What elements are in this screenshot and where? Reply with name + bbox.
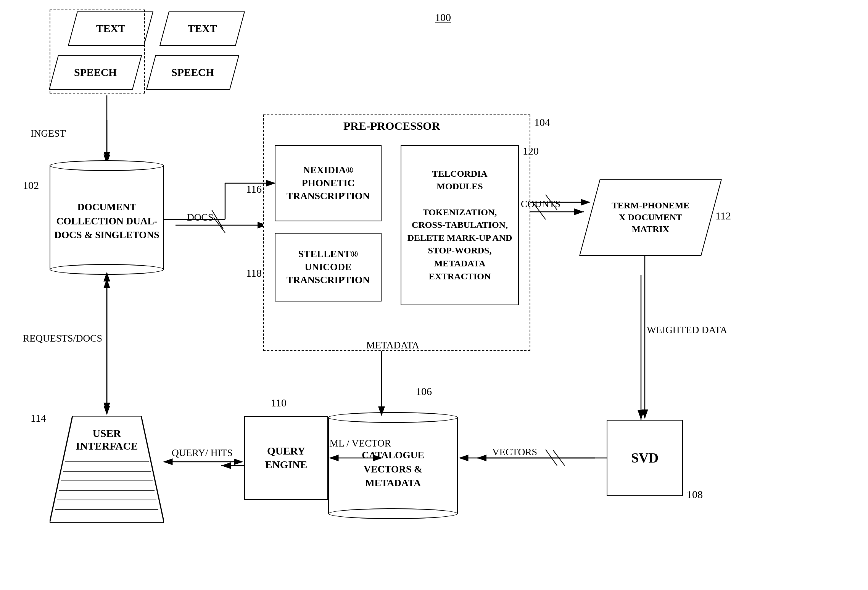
- telcordia-box: TELCORDIAMODULESTOKENIZATION,CROSS-TABUL…: [401, 145, 519, 305]
- ref-100: 100: [435, 11, 451, 24]
- ref-118: 118: [246, 267, 262, 279]
- catalogue-label: CATALOGUEVECTORS &METADATA: [362, 448, 424, 490]
- nexidia-label: NEXIDIA®PHONETICTRANSCRIPTION: [287, 164, 370, 202]
- vectors-label: VECTORS: [492, 447, 537, 458]
- ref-112: 112: [715, 210, 731, 222]
- document-collection-label: DOCUMENT COLLECTION DUAL-DOCS & SINGLETO…: [50, 200, 163, 242]
- input-group-1: [50, 10, 145, 93]
- svg-text:USER: USER: [93, 427, 121, 439]
- svg-line-30: [212, 210, 223, 229]
- speech-input-2: SPEECH: [146, 55, 239, 90]
- pre-processor-label: PRE-PROCESSOR: [343, 118, 440, 133]
- stellent-box: STELLENT®UNICODETRANSCRIPTION: [275, 233, 382, 301]
- svg-text:INTERFACE: INTERFACE: [76, 440, 138, 452]
- stellent-label: STELLENT®UNICODETRANSCRIPTION: [287, 248, 370, 286]
- requests-docs-label: REQUESTS/DOCS: [23, 332, 102, 345]
- xml-vector-label: XML / VECTOR: [322, 437, 391, 450]
- term-phoneme-label: TERM-PHONEMEX DOCUMENTMATRIX: [612, 200, 689, 235]
- ref-116: 116: [246, 183, 262, 195]
- ingest-label: INGEST: [31, 128, 66, 139]
- docs-label: DOCS: [187, 212, 213, 223]
- user-interface-box: USER INTERFACE: [50, 416, 164, 523]
- ref-120: 120: [523, 145, 539, 157]
- text-input-2: TEXT: [159, 11, 245, 46]
- catalogue-box: CATALOGUEVECTORS &METADATA: [328, 416, 458, 515]
- ref-110: 110: [271, 397, 287, 409]
- svg-line-38: [546, 450, 557, 466]
- ref-104: 104: [534, 116, 550, 129]
- telcordia-label: TELCORDIAMODULESTOKENIZATION,CROSS-TABUL…: [401, 168, 518, 283]
- svg-line-7: [214, 218, 225, 233]
- svd-label: SVD: [631, 449, 659, 467]
- svd-box: SVD: [607, 420, 683, 496]
- diagram: 100 TEXT TEXT SPEECH SPEECH INGEST 102 D…: [0, 0, 868, 590]
- weighted-data-label: WEIGHTED DATA: [647, 324, 727, 336]
- query-engine-box: QUERY ENGINE: [244, 416, 328, 500]
- ref-114: 114: [31, 412, 46, 424]
- metadata-label: METADATA: [366, 340, 419, 351]
- ref-108: 108: [687, 488, 703, 501]
- counts-label: COUNTS: [521, 198, 560, 210]
- query-engine-label: QUERY ENGINE: [245, 444, 327, 472]
- ref-106: 106: [416, 385, 432, 398]
- nexidia-box: NEXIDIA®PHONETICTRANSCRIPTION: [275, 145, 382, 221]
- document-collection: DOCUMENT COLLECTION DUAL-DOCS & SINGLETO…: [50, 164, 164, 271]
- ref-102: 102: [23, 179, 39, 192]
- term-phoneme-box: TERM-PHONEMEX DOCUMENTMATRIX: [579, 179, 722, 256]
- svg-line-13: [553, 450, 565, 466]
- query-hits-label: QUERY/ HITS: [172, 447, 233, 459]
